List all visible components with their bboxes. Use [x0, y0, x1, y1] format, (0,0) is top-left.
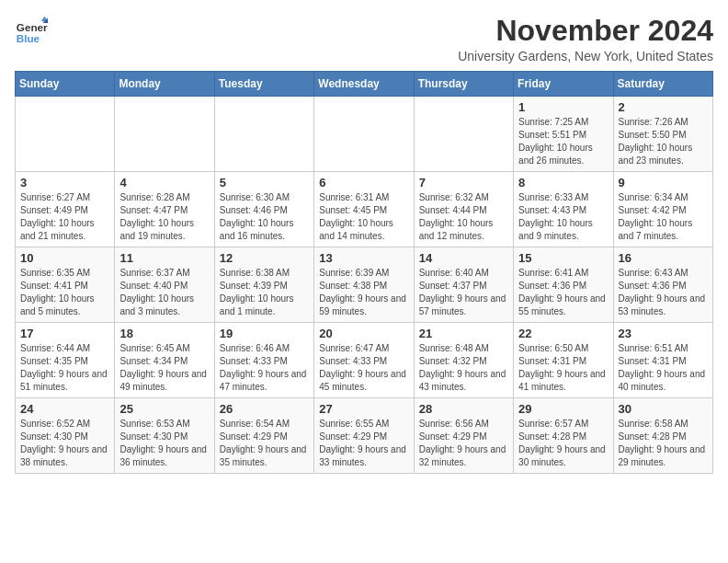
- calendar-cell: 24Sunrise: 6:52 AM Sunset: 4:30 PM Dayli…: [16, 398, 115, 474]
- calendar-week-row: 17Sunrise: 6:44 AM Sunset: 4:35 PM Dayli…: [16, 323, 713, 398]
- day-number: 17: [20, 327, 109, 340]
- calendar-cell: 8Sunrise: 6:33 AM Sunset: 4:43 PM Daylig…: [514, 172, 613, 247]
- day-number: 6: [319, 176, 408, 190]
- location-subtitle: University Gardens, New York, United Sta…: [458, 49, 713, 63]
- day-info: Sunrise: 6:32 AM Sunset: 4:44 PM Dayligh…: [419, 191, 508, 243]
- day-info: Sunrise: 6:39 AM Sunset: 4:38 PM Dayligh…: [319, 267, 408, 318]
- calendar-header-row: SundayMondayTuesdayWednesdayThursdayFrid…: [16, 72, 713, 97]
- calendar-cell: 28Sunrise: 6:56 AM Sunset: 4:29 PM Dayli…: [414, 398, 513, 474]
- day-number: 7: [419, 176, 508, 190]
- day-of-week-header: Sunday: [16, 72, 115, 97]
- calendar-cell: 15Sunrise: 6:41 AM Sunset: 4:36 PM Dayli…: [514, 247, 613, 323]
- calendar-cell: 17Sunrise: 6:44 AM Sunset: 4:35 PM Dayli…: [16, 323, 115, 398]
- calendar-cell: 1Sunrise: 7:25 AM Sunset: 5:51 PM Daylig…: [514, 97, 613, 172]
- day-number: 21: [419, 327, 508, 340]
- calendar-cell: 18Sunrise: 6:45 AM Sunset: 4:34 PM Dayli…: [115, 323, 214, 398]
- day-number: 11: [119, 251, 209, 265]
- calendar-week-row: 3Sunrise: 6:27 AM Sunset: 4:49 PM Daylig…: [16, 172, 713, 247]
- calendar-cell: 13Sunrise: 6:39 AM Sunset: 4:38 PM Dayli…: [314, 247, 414, 323]
- calendar-table: SundayMondayTuesdayWednesdayThursdayFrid…: [15, 71, 713, 474]
- day-of-week-header: Thursday: [414, 72, 513, 97]
- day-number: 26: [220, 402, 309, 416]
- calendar-cell: 12Sunrise: 6:38 AM Sunset: 4:39 PM Dayli…: [214, 247, 313, 323]
- day-number: 3: [20, 176, 109, 190]
- day-info: Sunrise: 6:43 AM Sunset: 4:36 PM Dayligh…: [619, 267, 708, 318]
- day-of-week-header: Wednesday: [314, 72, 414, 97]
- day-info: Sunrise: 6:45 AM Sunset: 4:34 PM Dayligh…: [119, 342, 209, 394]
- day-info: Sunrise: 7:25 AM Sunset: 5:51 PM Dayligh…: [518, 116, 608, 167]
- calendar-cell: 20Sunrise: 6:47 AM Sunset: 4:33 PM Dayli…: [314, 323, 414, 398]
- calendar-cell: 9Sunrise: 6:34 AM Sunset: 4:42 PM Daylig…: [613, 172, 712, 247]
- calendar-cell: 4Sunrise: 6:28 AM Sunset: 4:47 PM Daylig…: [115, 172, 214, 247]
- day-number: 25: [119, 402, 209, 416]
- day-info: Sunrise: 6:27 AM Sunset: 4:49 PM Dayligh…: [20, 191, 109, 243]
- calendar-cell: 5Sunrise: 6:30 AM Sunset: 4:46 PM Daylig…: [214, 172, 313, 247]
- day-info: Sunrise: 6:41 AM Sunset: 4:36 PM Dayligh…: [518, 267, 608, 318]
- day-number: 9: [619, 176, 708, 190]
- day-number: 16: [619, 251, 708, 265]
- calendar-cell: 27Sunrise: 6:55 AM Sunset: 4:29 PM Dayli…: [314, 398, 414, 474]
- day-number: 20: [319, 327, 408, 340]
- day-number: 15: [518, 251, 608, 265]
- day-info: Sunrise: 6:53 AM Sunset: 4:30 PM Dayligh…: [119, 418, 209, 469]
- calendar-week-row: 10Sunrise: 6:35 AM Sunset: 4:41 PM Dayli…: [16, 247, 713, 323]
- calendar-cell: [16, 97, 115, 172]
- month-title: November 2024: [458, 15, 713, 47]
- day-of-week-header: Monday: [115, 72, 214, 97]
- day-info: Sunrise: 6:30 AM Sunset: 4:46 PM Dayligh…: [220, 191, 309, 243]
- day-info: Sunrise: 6:34 AM Sunset: 4:42 PM Dayligh…: [619, 191, 708, 243]
- calendar-week-row: 24Sunrise: 6:52 AM Sunset: 4:30 PM Dayli…: [16, 398, 713, 474]
- day-info: Sunrise: 6:35 AM Sunset: 4:41 PM Dayligh…: [20, 267, 109, 318]
- calendar-cell: 14Sunrise: 6:40 AM Sunset: 4:37 PM Dayli…: [414, 247, 513, 323]
- logo-icon: General Blue: [15, 15, 48, 48]
- day-number: 8: [518, 176, 608, 190]
- calendar-cell: 22Sunrise: 6:50 AM Sunset: 4:31 PM Dayli…: [514, 323, 613, 398]
- calendar-cell: 16Sunrise: 6:43 AM Sunset: 4:36 PM Dayli…: [613, 247, 712, 323]
- day-info: Sunrise: 6:44 AM Sunset: 4:35 PM Dayligh…: [20, 342, 109, 394]
- calendar-cell: 7Sunrise: 6:32 AM Sunset: 4:44 PM Daylig…: [414, 172, 513, 247]
- day-number: 22: [518, 327, 608, 340]
- calendar-cell: 10Sunrise: 6:35 AM Sunset: 4:41 PM Dayli…: [16, 247, 115, 323]
- day-number: 27: [319, 402, 408, 416]
- day-number: 14: [419, 251, 508, 265]
- day-info: Sunrise: 6:56 AM Sunset: 4:29 PM Dayligh…: [419, 418, 508, 469]
- calendar-cell: 3Sunrise: 6:27 AM Sunset: 4:49 PM Daylig…: [16, 172, 115, 247]
- calendar-cell: 25Sunrise: 6:53 AM Sunset: 4:30 PM Dayli…: [115, 398, 214, 474]
- day-info: Sunrise: 6:31 AM Sunset: 4:45 PM Dayligh…: [319, 191, 408, 243]
- day-info: Sunrise: 6:52 AM Sunset: 4:30 PM Dayligh…: [20, 418, 109, 469]
- day-number: 1: [518, 100, 608, 114]
- day-number: 2: [619, 100, 708, 114]
- day-of-week-header: Tuesday: [214, 72, 313, 97]
- day-number: 10: [20, 251, 109, 265]
- day-info: Sunrise: 6:58 AM Sunset: 4:28 PM Dayligh…: [619, 418, 708, 469]
- day-info: Sunrise: 6:55 AM Sunset: 4:29 PM Dayligh…: [319, 418, 408, 469]
- day-info: Sunrise: 6:51 AM Sunset: 4:31 PM Dayligh…: [619, 342, 708, 394]
- day-info: Sunrise: 7:26 AM Sunset: 5:50 PM Dayligh…: [619, 116, 708, 167]
- day-info: Sunrise: 6:50 AM Sunset: 4:31 PM Dayligh…: [518, 342, 608, 394]
- day-info: Sunrise: 6:38 AM Sunset: 4:39 PM Dayligh…: [220, 267, 309, 318]
- calendar-cell: 26Sunrise: 6:54 AM Sunset: 4:29 PM Dayli…: [214, 398, 313, 474]
- calendar-cell: 23Sunrise: 6:51 AM Sunset: 4:31 PM Dayli…: [613, 323, 712, 398]
- calendar-cell: 29Sunrise: 6:57 AM Sunset: 4:28 PM Dayli…: [514, 398, 613, 474]
- day-number: 5: [220, 176, 309, 190]
- calendar-cell: 19Sunrise: 6:46 AM Sunset: 4:33 PM Dayli…: [214, 323, 313, 398]
- day-info: Sunrise: 6:57 AM Sunset: 4:28 PM Dayligh…: [518, 418, 608, 469]
- calendar-cell: [115, 97, 214, 172]
- day-number: 4: [119, 176, 209, 190]
- page-header: General Blue November 2024 University Ga…: [15, 15, 713, 63]
- day-number: 18: [119, 327, 209, 340]
- day-info: Sunrise: 6:37 AM Sunset: 4:40 PM Dayligh…: [119, 267, 209, 318]
- day-of-week-header: Saturday: [613, 72, 712, 97]
- day-number: 24: [20, 402, 109, 416]
- calendar-cell: 2Sunrise: 7:26 AM Sunset: 5:50 PM Daylig…: [613, 97, 712, 172]
- calendar-cell: [214, 97, 313, 172]
- day-number: 23: [619, 327, 708, 340]
- calendar-week-row: 1Sunrise: 7:25 AM Sunset: 5:51 PM Daylig…: [16, 97, 713, 172]
- day-info: Sunrise: 6:46 AM Sunset: 4:33 PM Dayligh…: [220, 342, 309, 394]
- svg-text:Blue: Blue: [17, 32, 40, 44]
- title-block: November 2024 University Gardens, New Yo…: [458, 15, 713, 63]
- day-info: Sunrise: 6:33 AM Sunset: 4:43 PM Dayligh…: [518, 191, 608, 243]
- day-info: Sunrise: 6:40 AM Sunset: 4:37 PM Dayligh…: [419, 267, 508, 318]
- calendar-cell: 6Sunrise: 6:31 AM Sunset: 4:45 PM Daylig…: [314, 172, 414, 247]
- day-number: 19: [220, 327, 309, 340]
